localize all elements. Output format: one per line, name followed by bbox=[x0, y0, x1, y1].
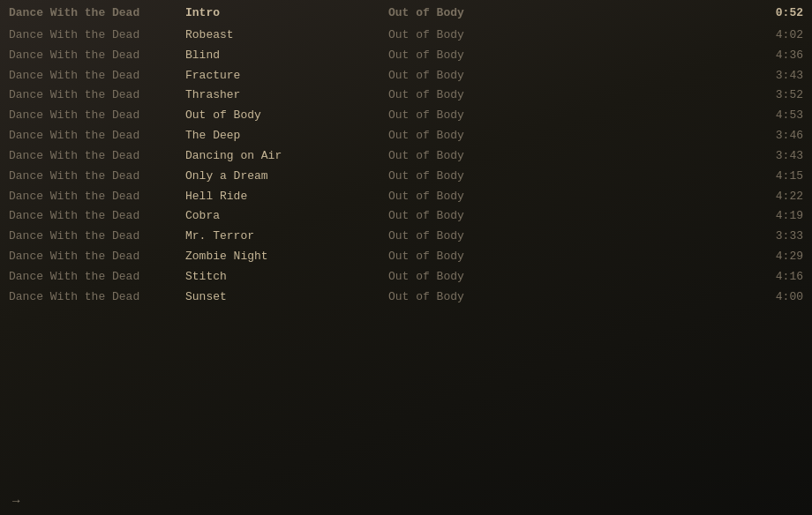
table-row[interactable]: Dance With the DeadCobraOut of Body4:19 bbox=[0, 206, 812, 227]
track-album: Out of Body bbox=[388, 87, 547, 104]
track-album: Out of Body bbox=[388, 108, 547, 124]
header-title: Intro bbox=[185, 5, 388, 22]
track-artist: Dance With the Dead bbox=[9, 27, 185, 44]
table-row[interactable]: Dance With the DeadOut of BodyOut of Bod… bbox=[0, 106, 812, 126]
track-duration: 4:29 bbox=[768, 249, 803, 265]
track-duration: 4:15 bbox=[768, 168, 803, 185]
header-duration: 0:52 bbox=[768, 5, 803, 22]
track-artist: Dance With the Dead bbox=[9, 48, 185, 64]
table-row[interactable]: Dance With the DeadSunsetOut of Body4:00 bbox=[0, 287, 812, 308]
track-artist: Dance With the Dead bbox=[9, 87, 185, 104]
track-artist: Dance With the Dead bbox=[9, 189, 185, 205]
track-album: Out of Body bbox=[388, 48, 547, 64]
table-row[interactable]: Dance With the DeadFractureOut of Body3:… bbox=[0, 66, 812, 86]
track-title: Fracture bbox=[185, 68, 388, 85]
track-artist: Dance With the Dead bbox=[9, 228, 185, 245]
track-duration: 3:52 bbox=[768, 87, 803, 104]
table-row[interactable]: Dance With the DeadBlindOut of Body4:36 bbox=[0, 46, 812, 66]
header-artist: Dance With the Dead bbox=[9, 5, 185, 22]
table-row[interactable]: Dance With the DeadDancing on AirOut of … bbox=[0, 146, 812, 167]
track-duration: 4:36 bbox=[768, 48, 803, 64]
track-duration: 3:43 bbox=[768, 148, 803, 165]
track-list: Dance With the Dead Intro Out of Body 0:… bbox=[0, 0, 812, 311]
track-title: The Deep bbox=[185, 128, 388, 145]
track-album: Out of Body bbox=[388, 208, 547, 225]
track-artist: Dance With the Dead bbox=[9, 249, 185, 265]
track-title: Blind bbox=[185, 48, 388, 64]
track-album: Out of Body bbox=[388, 249, 547, 265]
table-row[interactable]: Dance With the DeadThe DeepOut of Body3:… bbox=[0, 126, 812, 146]
track-title: Zombie Night bbox=[185, 249, 388, 265]
table-row[interactable]: Dance With the DeadHell RideOut of Body4… bbox=[0, 187, 812, 207]
track-duration: 4:22 bbox=[768, 189, 803, 205]
track-album: Out of Body bbox=[388, 68, 547, 85]
track-duration: 4:53 bbox=[768, 108, 803, 124]
track-title: Stitch bbox=[185, 269, 388, 286]
track-duration: 4:16 bbox=[768, 269, 803, 286]
track-list-header: Dance With the Dead Intro Out of Body 0:… bbox=[0, 4, 812, 24]
track-artist: Dance With the Dead bbox=[9, 269, 185, 286]
track-album: Out of Body bbox=[388, 148, 547, 165]
track-album: Out of Body bbox=[388, 168, 547, 185]
track-title: Dancing on Air bbox=[185, 148, 388, 165]
track-title: Thrasher bbox=[185, 87, 388, 104]
track-album: Out of Body bbox=[388, 269, 547, 286]
track-title: Only a Dream bbox=[185, 168, 388, 185]
track-title: Out of Body bbox=[185, 108, 388, 124]
bottom-arrow: → bbox=[12, 494, 19, 508]
track-artist: Dance With the Dead bbox=[9, 289, 185, 306]
table-row[interactable]: Dance With the DeadMr. TerrorOut of Body… bbox=[0, 227, 812, 247]
track-duration: 3:43 bbox=[768, 68, 803, 85]
header-album: Out of Body bbox=[388, 5, 547, 22]
track-duration: 4:02 bbox=[768, 27, 803, 44]
track-artist: Dance With the Dead bbox=[9, 68, 185, 85]
track-title: Hell Ride bbox=[185, 189, 388, 205]
track-duration: 3:33 bbox=[768, 228, 803, 245]
track-artist: Dance With the Dead bbox=[9, 108, 185, 124]
track-album: Out of Body bbox=[388, 228, 547, 245]
track-album: Out of Body bbox=[388, 27, 547, 44]
table-row[interactable]: Dance With the DeadStitchOut of Body4:16 bbox=[0, 267, 812, 287]
track-duration: 4:00 bbox=[768, 289, 803, 306]
track-artist: Dance With the Dead bbox=[9, 208, 185, 225]
track-title: Cobra bbox=[185, 208, 388, 225]
table-row[interactable]: Dance With the DeadRobeastOut of Body4:0… bbox=[0, 26, 812, 46]
table-row[interactable]: Dance With the DeadZombie NightOut of Bo… bbox=[0, 247, 812, 267]
track-artist: Dance With the Dead bbox=[9, 128, 185, 145]
track-album: Out of Body bbox=[388, 289, 547, 306]
track-artist: Dance With the Dead bbox=[9, 168, 185, 185]
table-row[interactable]: Dance With the DeadThrasherOut of Body3:… bbox=[0, 86, 812, 106]
track-title: Sunset bbox=[185, 289, 388, 306]
track-album: Out of Body bbox=[388, 189, 547, 205]
track-title: Mr. Terror bbox=[185, 228, 388, 245]
track-duration: 3:46 bbox=[768, 128, 803, 145]
track-album: Out of Body bbox=[388, 128, 547, 145]
table-row[interactable]: Dance With the DeadOnly a DreamOut of Bo… bbox=[0, 167, 812, 187]
track-artist: Dance With the Dead bbox=[9, 148, 185, 165]
track-duration: 4:19 bbox=[768, 208, 803, 225]
track-title: Robeast bbox=[185, 27, 388, 44]
